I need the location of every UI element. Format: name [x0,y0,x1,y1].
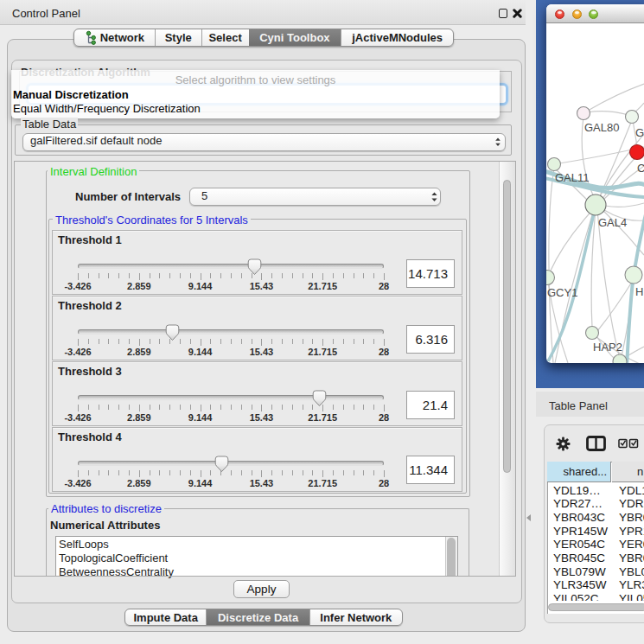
svg-text:H: H [635,285,643,298]
svg-text:GAL4: GAL4 [598,216,627,229]
svg-text:C: C [637,162,644,175]
svg-text:GCY1: GCY1 [547,286,577,299]
svg-text:GAL80: GAL80 [584,121,619,134]
svg-text:HAP2: HAP2 [593,341,622,354]
svg-text:GA: GA [635,126,644,139]
svg-text:GAL11: GAL11 [555,171,590,184]
